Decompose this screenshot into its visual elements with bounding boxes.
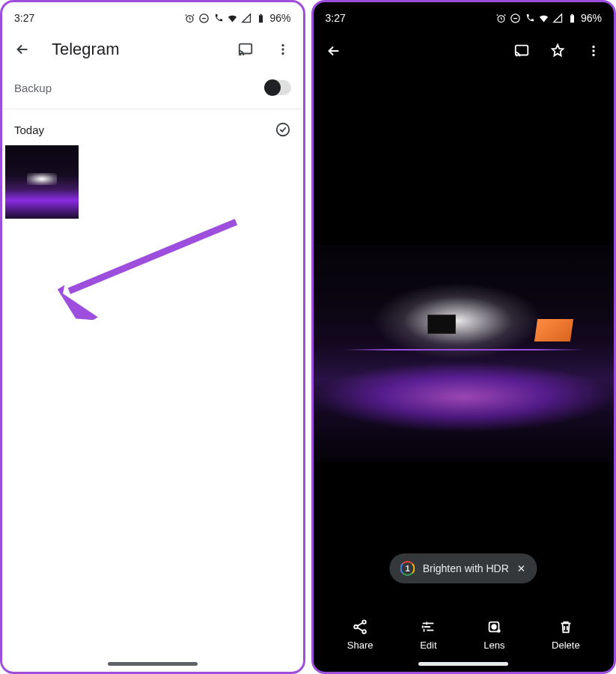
- dnd-icon: [510, 13, 521, 24]
- svg-point-8: [276, 124, 289, 136]
- backup-toggle[interactable]: [266, 80, 291, 95]
- edit-button[interactable]: Edit: [420, 619, 436, 651]
- edit-icon: [420, 619, 436, 635]
- annotation-arrow: [58, 186, 246, 328]
- status-time: 3:27: [14, 12, 34, 24]
- more-icon[interactable]: [585, 43, 602, 59]
- viewer-app-bar: [314, 29, 615, 73]
- status-bar: 3:27 96%: [314, 2, 615, 29]
- delete-label: Delete: [552, 640, 580, 651]
- select-all-icon[interactable]: [275, 121, 291, 138]
- battery-percent: 96%: [269, 12, 290, 24]
- photo[interactable]: [314, 245, 615, 462]
- backup-row: Backup: [2, 70, 303, 109]
- nav-gesture-bar[interactable]: [418, 662, 508, 666]
- lens-button[interactable]: Lens: [484, 619, 504, 651]
- svg-point-7: [281, 52, 284, 55]
- more-icon[interactable]: [275, 41, 291, 58]
- share-icon: [352, 619, 368, 635]
- delete-button[interactable]: Delete: [552, 619, 580, 651]
- app-bar: Telegram: [2, 29, 303, 70]
- close-icon[interactable]: [516, 563, 527, 574]
- svg-point-16: [592, 49, 594, 52]
- wifi-icon: [538, 13, 549, 24]
- trash-icon: [558, 619, 574, 635]
- enhance-badge-icon: 1: [400, 561, 415, 576]
- svg-rect-2: [259, 15, 263, 22]
- section-label: Today: [14, 124, 44, 136]
- status-icons: 96%: [495, 12, 602, 24]
- favorite-icon[interactable]: [549, 43, 566, 59]
- svg-rect-14: [516, 46, 528, 55]
- dnd-icon: [198, 13, 210, 24]
- status-icons: 96%: [184, 12, 290, 24]
- edit-label: Edit: [420, 640, 436, 651]
- status-bar: 3:27 96%: [2, 2, 303, 29]
- wifi-calling-icon: [524, 13, 535, 24]
- share-button[interactable]: Share: [347, 619, 373, 651]
- svg-point-15: [592, 46, 594, 48]
- cast-icon[interactable]: [513, 43, 530, 59]
- lens-icon: [486, 619, 502, 635]
- svg-rect-13: [571, 13, 573, 14]
- wifi-icon: [227, 13, 238, 24]
- svg-rect-12: [570, 15, 574, 22]
- wifi-calling-icon: [213, 13, 224, 24]
- hdr-suggestion-pill[interactable]: 1 Brighten with HDR: [390, 553, 537, 583]
- svg-rect-3: [260, 13, 263, 14]
- svg-point-6: [281, 48, 284, 50]
- nav-gesture-bar[interactable]: [108, 662, 198, 666]
- svg-point-17: [592, 54, 594, 56]
- svg-line-9: [69, 196, 236, 316]
- alarm-icon: [495, 13, 507, 24]
- hdr-label: Brighten with HDR: [423, 562, 509, 574]
- svg-point-5: [281, 44, 284, 46]
- svg-rect-4: [239, 44, 251, 54]
- svg-point-22: [493, 625, 497, 629]
- battery-icon: [567, 13, 578, 24]
- lens-label: Lens: [484, 640, 504, 651]
- back-icon[interactable]: [14, 41, 31, 58]
- status-time: 3:27: [326, 12, 346, 24]
- battery-percent: 96%: [581, 12, 602, 24]
- cast-icon[interactable]: [237, 41, 254, 58]
- bottom-actions: Share Edit Lens Delete: [314, 619, 615, 651]
- photo-thumbnail[interactable]: [5, 145, 79, 219]
- page-title: Telegram: [52, 40, 216, 59]
- signal-icon: [552, 13, 564, 24]
- share-label: Share: [347, 640, 373, 651]
- signal-icon: [241, 13, 252, 24]
- svg-point-23: [498, 630, 500, 632]
- back-icon[interactable]: [326, 43, 342, 59]
- alarm-icon: [184, 13, 195, 24]
- backup-label: Backup: [14, 82, 52, 94]
- battery-icon: [255, 13, 266, 24]
- section-header: Today: [2, 109, 303, 145]
